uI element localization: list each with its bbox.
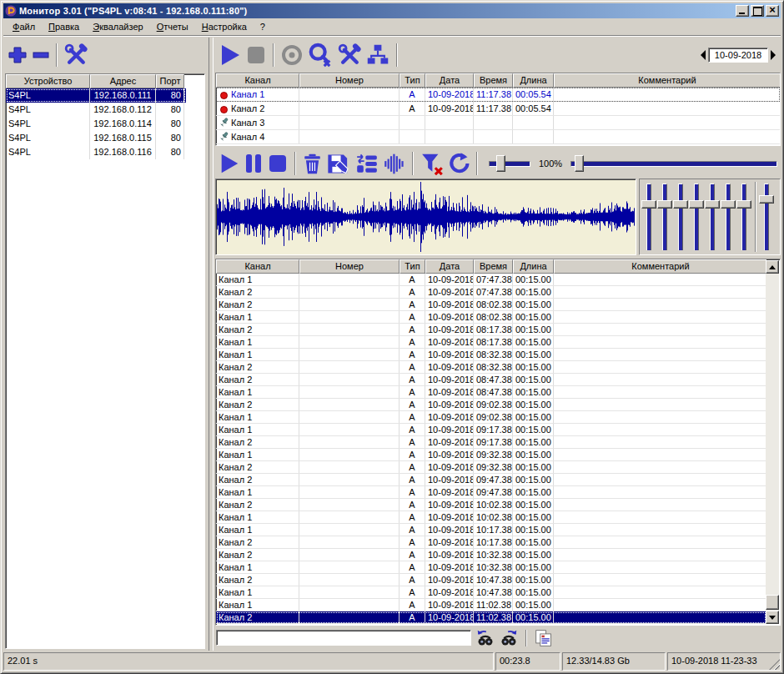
record-row[interactable]: Канал 1 A 10-09-2018 09:02.38 00:15.00 (216, 411, 766, 424)
scroll-up-button[interactable] (766, 260, 779, 274)
column-header-length[interactable]: Длина (513, 73, 554, 88)
position-slider[interactable] (570, 155, 777, 172)
menu-item[interactable]: ? (254, 20, 271, 33)
eq-band-slider-2[interactable] (657, 182, 673, 252)
eq-band-thumb[interactable] (641, 200, 656, 209)
device-row[interactable]: S4PL 192.168.0.114 80 (6, 117, 186, 131)
records-scrollbar[interactable] (766, 260, 779, 624)
search-input[interactable] (216, 630, 471, 646)
channel-row[interactable]: Канал 3 (216, 116, 780, 130)
record-row[interactable]: Канал 1 A 10-09-2018 09:17.38 00:15.00 (216, 424, 766, 436)
record-row[interactable]: Канал 1 A 10-09-2018 10:47.38 00:15.00 (216, 586, 766, 599)
column-header-number[interactable]: Номер (299, 259, 400, 274)
column-header-type[interactable]: Тип (400, 259, 425, 274)
record-row[interactable]: Канал 1 A 10-09-2018 09:32.38 00:15.00 (216, 449, 766, 461)
close-button[interactable] (766, 5, 779, 17)
refresh-button[interactable] (447, 152, 470, 175)
filter-off-button[interactable] (420, 152, 444, 175)
record-row[interactable]: Канал 1 A 10-09-2018 08:32.38 00:15.00 (216, 349, 766, 361)
pause-button[interactable] (244, 153, 264, 174)
search-next-button[interactable] (500, 629, 518, 647)
scrollbar-thumb[interactable] (766, 595, 779, 610)
eq-band-thumb[interactable] (689, 200, 704, 209)
column-header-time[interactable]: Время (474, 73, 513, 88)
waveform-view-button[interactable] (383, 153, 406, 175)
menu-item[interactable]: Эквалайзер (87, 20, 148, 33)
panel-splitter[interactable] (209, 38, 214, 651)
column-header-address[interactable]: Адрес (90, 74, 156, 88)
record-row[interactable]: Канал 2 A 10-09-2018 09:17.38 00:15.00 (216, 436, 766, 449)
eq-band-slider-4[interactable] (689, 182, 705, 252)
position-slider-thumb[interactable] (575, 155, 584, 172)
column-header-date[interactable]: Дата (425, 73, 474, 88)
device-row[interactable]: S4PL 192.168.0.111 80 (6, 88, 186, 103)
column-header-length[interactable]: Длина (513, 259, 554, 274)
eq-band-slider-5[interactable] (705, 182, 721, 252)
device-row[interactable]: S4PL 192.168.0.112 80 (6, 103, 186, 117)
record-row[interactable]: Канал 2 A 10-09-2018 10:47.38 00:15.00 (216, 574, 766, 586)
maximize-button[interactable] (751, 5, 764, 17)
device-row[interactable]: S4PL 192.168.0.116 80 (6, 145, 186, 159)
add-device-button[interactable] (7, 45, 28, 65)
column-header-comment[interactable]: Комментарий (554, 73, 780, 88)
record-row[interactable]: Канал 2 A 10-09-2018 09:02.38 00:15.00 (216, 399, 766, 411)
position-slider-track[interactable] (570, 161, 777, 167)
record-row[interactable]: Канал 1 A 10-09-2018 08:17.38 00:15.00 (216, 336, 766, 349)
record-row[interactable]: Канал 2 A 10-09-2018 10:17.38 00:15.00 (216, 536, 766, 549)
search-previous-button[interactable] (476, 629, 495, 647)
eq-band-slider-1[interactable] (641, 182, 657, 252)
record-row[interactable]: Канал 1 A 10-09-2018 10:17.38 00:15.00 (216, 524, 766, 536)
title-bar[interactable]: Монитор 3.01 ("PS4PL v:08:41 - 192.168.0… (3, 3, 781, 18)
record-row[interactable]: Канал 2 A 10-09-2018 08:17.38 00:15.00 (216, 324, 766, 336)
network-button[interactable] (365, 43, 390, 67)
record-row[interactable]: Канал 1 A 10-09-2018 08:47.38 00:15.00 (216, 386, 766, 399)
stop-button[interactable] (267, 153, 289, 174)
waveform-canvas[interactable] (217, 181, 635, 253)
waveform-display[interactable] (215, 179, 636, 255)
zoom-slider[interactable] (489, 155, 530, 172)
start-monitor-button[interactable] (219, 43, 242, 67)
resize-grip[interactable] (769, 659, 780, 670)
remove-device-button[interactable] (32, 45, 50, 65)
record-row[interactable]: Канал 1 A 10-09-2018 11:02.38 00:15.00 (216, 599, 766, 611)
date-field[interactable]: 10-09-2018 (708, 48, 768, 63)
minimize-button[interactable] (736, 5, 749, 17)
record-row[interactable]: Канал 1 A 10-09-2018 07:47.38 00:15.00 (216, 274, 766, 286)
eq-band-slider-6[interactable] (721, 182, 736, 252)
record-row[interactable]: Канал 2 A 10-09-2018 09:32.38 00:15.00 (216, 461, 766, 474)
play-button[interactable] (219, 153, 240, 174)
column-header-device[interactable]: Устройство (6, 74, 90, 88)
record-row[interactable]: Канал 2 A 10-09-2018 07:47.38 00:15.00 (216, 286, 766, 299)
menu-item[interactable]: Отчеты (151, 20, 194, 33)
channel-row[interactable]: Канал 4 (216, 130, 780, 144)
column-header-port[interactable]: Порт (156, 74, 184, 88)
record-row[interactable]: Канал 2 A 10-09-2018 08:32.38 00:15.00 (216, 361, 766, 374)
copy-comment-button[interactable] (535, 629, 553, 647)
column-header-number[interactable]: Номер (299, 73, 400, 88)
eq-band-thumb[interactable] (736, 200, 751, 209)
menu-item[interactable]: Правка (43, 20, 85, 33)
column-header-time[interactable]: Время (474, 259, 513, 274)
volume-slider-thumb[interactable] (759, 195, 774, 204)
record-button[interactable] (280, 43, 304, 67)
scroll-down-button[interactable] (766, 611, 779, 624)
settings-button[interactable] (337, 43, 362, 67)
channel-row[interactable]: Канал 1 A 10-09-2018 11:17.38 00:05.54 (216, 88, 780, 102)
save-record-button[interactable] (326, 153, 351, 175)
device-settings-button[interactable] (63, 43, 88, 67)
record-row[interactable]: Канал 1 A 10-09-2018 10:02.38 00:15.00 (216, 511, 766, 524)
playlist-button[interactable] (354, 153, 379, 175)
zoom-slider-track[interactable] (489, 161, 530, 167)
column-header-channel[interactable]: Канал (216, 73, 299, 88)
eq-band-thumb[interactable] (721, 200, 736, 209)
column-header-comment[interactable]: Комментарий (554, 259, 766, 274)
zoom-slider-thumb[interactable] (496, 155, 505, 172)
eq-band-slider-3[interactable] (673, 182, 689, 252)
column-header-channel[interactable]: Канал (216, 259, 299, 274)
record-row[interactable]: Канал 2 A 10-09-2018 10:02.38 00:15.00 (216, 499, 766, 511)
record-row[interactable]: Канал 1 A 10-09-2018 10:32.38 00:15.00 (216, 561, 766, 574)
channel-row[interactable]: Канал 2 A 10-09-2018 11:17.38 00:05.54 (216, 102, 780, 116)
record-row[interactable]: Канал 2 A 10-09-2018 09:47.38 00:15.00 (216, 474, 766, 486)
search-cancel-button[interactable] (307, 43, 334, 68)
record-row[interactable]: Канал 2 A 10-09-2018 10:32.38 00:15.00 (216, 549, 766, 561)
